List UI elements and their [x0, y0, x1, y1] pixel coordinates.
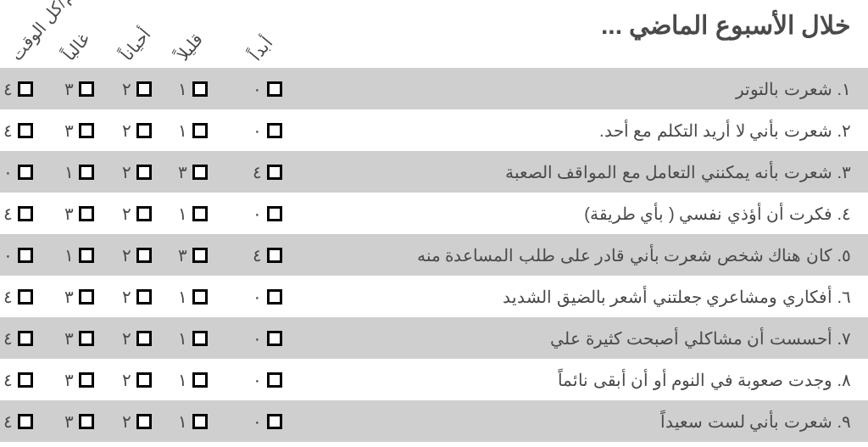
checkbox[interactable]: [267, 414, 282, 429]
answer-cell: ٠: [253, 400, 282, 442]
question-rows: ١. شعرت بالتوتر٤٣٢١٠٢. شعرت بأني لا أريد…: [0, 68, 868, 442]
score-label: ٤: [3, 120, 13, 141]
score-label: ٣: [178, 162, 187, 182]
scale-label-most: معظم/كل الوقت: [7, 0, 97, 64]
score-label: ١: [178, 79, 187, 99]
checkbox[interactable]: [79, 81, 94, 97]
answer-cell: ٣: [64, 359, 94, 400]
checkbox[interactable]: [79, 165, 94, 180]
checkbox[interactable]: [267, 123, 282, 138]
checkbox[interactable]: [192, 165, 208, 180]
checkbox[interactable]: [136, 289, 152, 305]
checkbox[interactable]: [192, 248, 208, 263]
checkbox[interactable]: [136, 81, 152, 97]
checkbox[interactable]: [192, 414, 208, 429]
checkbox[interactable]: [267, 206, 282, 221]
checkbox[interactable]: [192, 331, 208, 346]
checkbox[interactable]: [79, 123, 94, 138]
checkbox[interactable]: [79, 206, 94, 221]
answer-cells: ٤٣٢١٠: [0, 193, 322, 234]
checkbox[interactable]: [136, 414, 152, 429]
checkbox[interactable]: [192, 372, 208, 388]
score-label: ٠: [253, 328, 262, 349]
checkbox[interactable]: [136, 165, 152, 180]
checkbox[interactable]: [136, 123, 152, 138]
answer-cell: ١: [64, 151, 94, 193]
score-label: ٢: [122, 79, 131, 99]
checkbox[interactable]: [267, 165, 282, 180]
checkbox[interactable]: [18, 165, 33, 180]
score-label: ١: [178, 411, 187, 432]
score-label: ٢: [122, 204, 131, 224]
checkbox[interactable]: [267, 372, 282, 388]
question-text: ٤. فكرت أن أؤذي نفسي ( بأي طريقة): [584, 193, 851, 234]
checkbox[interactable]: [79, 372, 94, 388]
answer-cell: ٤: [3, 276, 33, 317]
answer-cell: ٣: [64, 400, 94, 442]
checkbox[interactable]: [267, 248, 282, 263]
checkbox[interactable]: [79, 248, 94, 263]
scale-label-never: أبداً: [246, 32, 277, 64]
checkbox[interactable]: [136, 248, 152, 263]
question-text: ٥. كان هناك شخص شعرت بأني قادر على طلب ا…: [417, 234, 851, 276]
checkbox[interactable]: [18, 372, 33, 388]
answer-cell: ١: [64, 234, 94, 276]
question-row: ٨. وجدت صعوبة في النوم أو أن أبقى نائماً…: [0, 359, 868, 400]
answer-cell: ١: [178, 68, 208, 109]
checkbox[interactable]: [192, 206, 208, 221]
checkbox[interactable]: [79, 289, 94, 305]
answer-cell: ٠: [3, 151, 33, 193]
checkbox[interactable]: [267, 81, 282, 97]
answer-cell: ٤: [3, 400, 33, 442]
checkbox[interactable]: [192, 289, 208, 305]
scale-label-rarely: قليلاً: [173, 29, 208, 64]
score-label: ٢: [122, 120, 131, 141]
checkbox[interactable]: [267, 289, 282, 305]
checkbox[interactable]: [79, 414, 94, 429]
checkbox[interactable]: [18, 248, 33, 263]
answer-cell: ٣: [64, 276, 94, 317]
answer-cells: ٠١٢٣٤: [0, 234, 322, 276]
checkbox[interactable]: [192, 123, 208, 138]
answer-cells: ٤٣٢١٠: [0, 317, 322, 359]
answer-cell: ٤: [3, 109, 33, 151]
question-text: ٩. شعرت بأني لست سعيداً: [660, 400, 851, 442]
scale-header: معظم/كل الوقت غالباً أحياناً قليلاً أبدا…: [0, 0, 322, 68]
score-label: ١: [178, 204, 187, 224]
question-row: ٣. شعرت بأنه يمكنني التعامل مع المواقف ا…: [0, 151, 868, 193]
checkbox[interactable]: [136, 331, 152, 346]
checkbox[interactable]: [18, 289, 33, 305]
checkbox[interactable]: [192, 81, 208, 97]
checkbox[interactable]: [18, 206, 33, 221]
checkbox[interactable]: [136, 372, 152, 388]
score-label: ٤: [253, 162, 262, 182]
answer-cell: ٤: [3, 193, 33, 234]
answer-cell: ٠: [3, 234, 33, 276]
checkbox[interactable]: [136, 206, 152, 221]
checkbox[interactable]: [18, 414, 33, 429]
score-label: ٤: [3, 287, 13, 307]
score-label: ٣: [178, 245, 187, 265]
checkbox[interactable]: [18, 331, 33, 346]
score-label: ٤: [3, 328, 13, 349]
score-label: ١: [178, 287, 187, 307]
answer-cell: ٢: [122, 109, 152, 151]
answer-cell: ٣: [64, 109, 94, 151]
checkbox[interactable]: [79, 331, 94, 346]
answer-cell: ١: [178, 400, 208, 442]
checkbox[interactable]: [18, 81, 33, 97]
checkbox[interactable]: [267, 331, 282, 346]
answer-cell: ٣: [64, 68, 94, 109]
score-label: ٤: [3, 79, 13, 99]
score-label: ٤: [3, 411, 13, 432]
answer-cell: ١: [178, 276, 208, 317]
checkbox[interactable]: [18, 123, 33, 138]
answer-cell: ٠: [253, 317, 282, 359]
score-label: ٢: [122, 328, 131, 349]
score-label: ٠: [253, 287, 262, 307]
answer-cell: ٠: [253, 109, 282, 151]
score-label: ٢: [122, 287, 131, 307]
score-label: ١: [64, 162, 74, 182]
answer-cells: ٤٣٢١٠: [0, 109, 322, 151]
scale-label-often: غالباً: [59, 30, 93, 64]
